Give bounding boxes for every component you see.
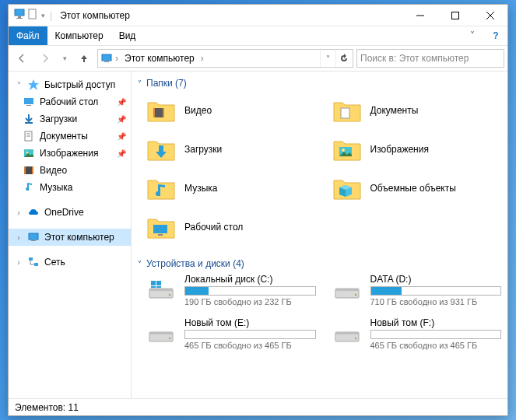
folder-pictures[interactable]: Изображения <box>332 132 502 166</box>
quickaccess-icon <box>27 79 40 91</box>
svg-rect-28 <box>163 108 164 117</box>
folder-label: Видео <box>184 105 212 116</box>
documents-folder-icon <box>332 95 363 126</box>
maximize-button[interactable] <box>437 5 472 26</box>
quick-access-toolbar: ▾ | <box>9 8 54 23</box>
folder-downloads[interactable]: Загрузки <box>146 132 316 166</box>
breadcrumb[interactable]: Этот компьютер <box>120 53 199 64</box>
folder-label: Изображения <box>370 144 429 155</box>
sidebar-item-label: Документы <box>40 131 88 142</box>
sidebar-item-pictures[interactable]: Изображения 📌 <box>9 145 131 162</box>
breadcrumb-sep-icon[interactable]: › <box>114 53 120 64</box>
svg-rect-0 <box>15 9 24 16</box>
videos-icon <box>23 164 35 177</box>
svg-rect-1 <box>18 16 21 18</box>
this-pc-icon <box>13 8 26 23</box>
sidebar-item-label: Быстрый доступ <box>44 79 115 90</box>
chevron-right-icon[interactable]: › <box>15 208 23 217</box>
sidebar-item-network[interactable]: › Сеть <box>9 254 131 271</box>
drive-item[interactable]: Локальный диск (C:) 190 ГБ свободно из 2… <box>146 274 316 306</box>
dropdown-icon[interactable]: ▾ <box>40 12 47 19</box>
file-icon <box>27 9 38 22</box>
nav-up-button[interactable] <box>74 48 94 68</box>
folder-videos[interactable]: Видео <box>146 93 316 128</box>
sidebar-item-label: OneDrive <box>44 207 84 218</box>
nav-back-button[interactable] <box>12 48 32 68</box>
onedrive-icon <box>27 206 40 219</box>
sidebar-item-videos[interactable]: Видео <box>9 162 131 179</box>
svg-point-36 <box>169 294 170 296</box>
folder-documents[interactable]: Документы <box>332 93 502 128</box>
desktop-icon <box>23 96 35 108</box>
expand-ribbon-icon[interactable]: ˅ <box>461 26 484 45</box>
drive-icon <box>146 318 177 349</box>
svg-rect-33 <box>158 234 163 236</box>
drive-name: Локальный диск (C:) <box>184 274 316 285</box>
svg-rect-23 <box>31 240 36 241</box>
sidebar-item-downloads[interactable]: Загрузки 📌 <box>9 110 131 128</box>
chevron-down-icon[interactable]: ˅ <box>15 81 23 89</box>
drive-item[interactable]: DATA (D:) 710 ГБ свободно из 931 ГБ <box>332 274 502 306</box>
svg-rect-8 <box>102 54 111 61</box>
help-icon[interactable]: ? <box>484 26 507 45</box>
svg-rect-21 <box>32 166 33 174</box>
close-button[interactable] <box>472 5 507 26</box>
navigation-pane: ˅ Быстрый доступ Рабочий стол 📌 Загрузки… <box>9 72 132 398</box>
svg-rect-48 <box>335 332 359 334</box>
svg-marker-10 <box>28 79 39 90</box>
group-header-devices[interactable]: ˅ Устройства и диски (4) <box>138 255 501 274</box>
svg-point-46 <box>169 338 170 339</box>
sidebar-item-quickaccess[interactable]: ˅ Быстрый доступ <box>9 76 131 93</box>
group-header-folders[interactable]: ˅ Папки (7) <box>138 75 501 93</box>
svg-rect-22 <box>29 233 38 240</box>
folder-label: Музыка <box>184 183 217 194</box>
drive-usage-bar <box>370 330 502 339</box>
sidebar-item-label: Этот компьютер <box>44 232 114 243</box>
downloads-folder-icon <box>146 134 177 165</box>
sidebar-item-onedrive[interactable]: › OneDrive <box>9 204 131 221</box>
address-bar[interactable]: › Этот компьютер › ˅ <box>97 49 353 68</box>
sidebar-item-desktop[interactable]: Рабочий стол 📌 <box>9 93 131 110</box>
sidebar-item-documents[interactable]: Документы 📌 <box>9 128 131 145</box>
chevron-down-icon: ˅ <box>138 79 142 88</box>
svg-point-43 <box>354 294 356 296</box>
folder-music[interactable]: Музыка <box>146 171 316 205</box>
minimize-button[interactable] <box>402 5 437 26</box>
address-dropdown-icon[interactable]: ˅ <box>320 50 335 67</box>
address-row: ▾ › Этот компьютер › ˅ Поиск в: Этот ком… <box>9 45 507 72</box>
svg-rect-20 <box>24 166 26 174</box>
folder-3dobjects[interactable]: Объемные объекты <box>332 171 502 205</box>
svg-point-49 <box>354 338 356 339</box>
group-title: Папки (7) <box>146 78 187 89</box>
tab-view[interactable]: Вид <box>111 26 144 45</box>
svg-rect-2 <box>16 18 23 19</box>
chevron-right-icon[interactable]: › <box>15 233 23 242</box>
breadcrumb-sep-icon[interactable]: › <box>199 53 205 64</box>
drive-icon <box>332 318 363 349</box>
folder-desktop[interactable]: Рабочий стол <box>146 210 316 244</box>
pin-icon: 📌 <box>117 132 126 141</box>
drive-item[interactable]: Новый том (F:) 465 ГБ свободно из 465 ГБ <box>332 317 502 350</box>
drive-item[interactable]: Новый том (E:) 465 ГБ свободно из 465 ГБ <box>146 317 316 350</box>
search-placeholder: Поиск в: Этот компьютер <box>360 53 469 64</box>
sidebar-item-label: Изображения <box>40 148 98 159</box>
folder-label: Объемные объекты <box>370 183 456 194</box>
sidebar-item-thispc[interactable]: › Этот компьютер <box>9 229 131 246</box>
nav-forward-button[interactable] <box>35 48 55 68</box>
content-pane: ˅ Папки (7) Видео Документы Загрузки <box>132 72 507 398</box>
watermark: Avito <box>461 399 498 415</box>
nav-history-dropdown[interactable]: ▾ <box>58 48 71 68</box>
refresh-icon[interactable] <box>335 50 351 67</box>
drive-usage-bar <box>184 330 316 339</box>
downloads-icon <box>23 113 35 125</box>
sidebar-item-music[interactable]: Музыка <box>9 179 131 196</box>
search-input[interactable]: Поиск в: Этот компьютер <box>356 49 504 68</box>
drive-name: Новый том (E:) <box>184 317 316 328</box>
drive-icon <box>146 275 177 306</box>
chevron-right-icon[interactable]: › <box>15 258 23 267</box>
tab-file[interactable]: Файл <box>9 26 47 45</box>
address-this-pc-icon <box>100 52 114 65</box>
svg-rect-37 <box>151 281 156 285</box>
desktop-folder-icon <box>146 212 177 243</box>
tab-computer[interactable]: Компьютер <box>47 26 111 45</box>
